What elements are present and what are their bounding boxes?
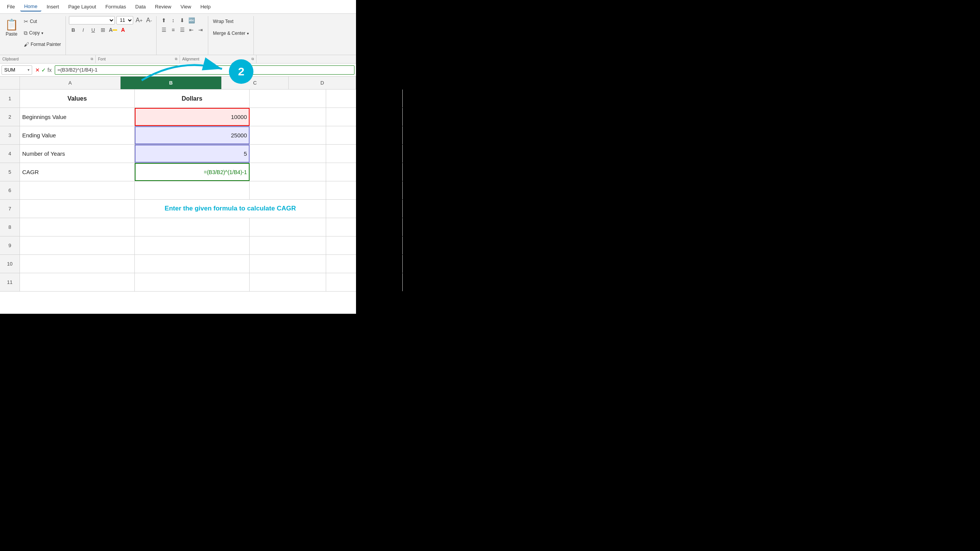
cell-d9[interactable]: [326, 236, 403, 254]
font-color-button[interactable]: A: [119, 26, 127, 34]
row-num-8[interactable]: 8: [0, 218, 20, 236]
cell-b8[interactable]: [135, 218, 250, 236]
row-num-2[interactable]: 2: [0, 108, 20, 126]
align-top-button[interactable]: ⬆: [160, 16, 168, 24]
cell-c4[interactable]: [250, 145, 326, 163]
row-num-11[interactable]: 11: [0, 273, 20, 291]
menu-home[interactable]: Home: [20, 2, 41, 11]
menu-view[interactable]: View: [176, 2, 195, 11]
cell-b2[interactable]: 10000: [135, 108, 250, 126]
row-num-4[interactable]: 4: [0, 145, 20, 163]
font-shrink-button[interactable]: A-: [145, 16, 153, 24]
align-center-button[interactable]: ≡: [169, 26, 177, 34]
cell-c2[interactable]: [250, 108, 326, 126]
col-header-a[interactable]: A: [20, 77, 121, 89]
cell-d10[interactable]: [326, 255, 403, 273]
font-grow-button[interactable]: A+: [135, 16, 143, 24]
cell-b10[interactable]: [135, 255, 250, 273]
cell-c5[interactable]: [250, 163, 326, 181]
wrap-text-button[interactable]: Wrap Text: [211, 16, 250, 27]
clipboard-expand-icon[interactable]: ⧉: [91, 57, 93, 61]
borders-button[interactable]: ⊞: [99, 26, 107, 34]
indent-decrease-button[interactable]: ⇤: [187, 26, 196, 34]
align-left-button[interactable]: ☰: [160, 26, 168, 34]
cell-c9[interactable]: [250, 236, 326, 254]
cell-b7[interactable]: Enter the given formula to calculate CAG…: [135, 200, 326, 218]
row-num-6[interactable]: 6: [0, 181, 20, 199]
menu-page-layout[interactable]: Page Layout: [64, 2, 100, 11]
merge-center-button[interactable]: Merge & Center ▾: [211, 28, 250, 39]
cell-b1[interactable]: Dollars: [135, 90, 250, 108]
row-num-5[interactable]: 5: [0, 163, 20, 181]
cell-name-dropdown-icon[interactable]: ▾: [28, 68, 29, 72]
cell-a9[interactable]: [20, 236, 135, 254]
align-bottom-button[interactable]: ⬇: [178, 16, 186, 24]
cell-a4[interactable]: Number of Years: [20, 145, 135, 163]
row-num-3[interactable]: 3: [0, 126, 20, 144]
indent-increase-button[interactable]: ⇥: [196, 26, 205, 34]
cell-c8[interactable]: [250, 218, 326, 236]
formula-fx-icon[interactable]: fx: [47, 67, 52, 73]
row-num-1[interactable]: 1: [0, 90, 20, 108]
cell-a5[interactable]: CAGR: [20, 163, 135, 181]
cell-b6[interactable]: [135, 181, 250, 199]
cell-d1[interactable]: [326, 90, 403, 108]
font-expand-icon[interactable]: ⧉: [175, 57, 177, 61]
formula-cancel-icon[interactable]: ✕: [35, 67, 40, 73]
align-middle-button[interactable]: ↕: [169, 16, 177, 24]
cut-button[interactable]: ✂ Cut: [22, 16, 62, 27]
bold-button[interactable]: B: [69, 26, 77, 34]
cell-a10[interactable]: [20, 255, 135, 273]
copy-button[interactable]: ⧉ Copy ▾: [22, 28, 62, 38]
row-num-10[interactable]: 10: [0, 255, 20, 273]
alignment-expand-icon[interactable]: ⧉: [252, 57, 254, 61]
cell-d5[interactable]: [326, 163, 403, 181]
cell-d11[interactable]: [326, 273, 403, 291]
cell-c6[interactable]: [250, 181, 326, 199]
col-header-d[interactable]: D: [289, 77, 356, 89]
cell-name-box[interactable]: SUM ▾: [2, 65, 32, 75]
menu-formulas[interactable]: Formulas: [101, 2, 130, 11]
row-num-7[interactable]: 7: [0, 200, 20, 218]
paste-button[interactable]: 📋 Paste: [3, 16, 20, 38]
cell-b4[interactable]: 5: [135, 145, 250, 163]
menu-help[interactable]: Help: [196, 2, 214, 11]
cell-d4[interactable]: [326, 145, 403, 163]
font-size-select[interactable]: 11: [116, 16, 133, 24]
format-painter-button[interactable]: 🖌 Format Painter: [22, 39, 62, 50]
cell-d8[interactable]: [326, 218, 403, 236]
menu-insert[interactable]: Insert: [43, 2, 63, 11]
cell-b3[interactable]: 25000: [135, 126, 250, 144]
cell-a6[interactable]: [20, 181, 135, 199]
font-name-select[interactable]: [69, 16, 115, 24]
cell-a3[interactable]: Ending Value: [20, 126, 135, 144]
cell-c11[interactable]: [250, 273, 326, 291]
cell-c3[interactable]: [250, 126, 326, 144]
formula-input[interactable]: [55, 65, 354, 75]
cell-a11[interactable]: [20, 273, 135, 291]
cell-d2[interactable]: [326, 108, 403, 126]
menu-data[interactable]: Data: [131, 2, 149, 11]
cell-b11[interactable]: [135, 273, 250, 291]
text-direction-button[interactable]: 🔤: [187, 16, 196, 24]
cell-a1[interactable]: Values: [20, 90, 135, 108]
cell-a2[interactable]: Beginnings Value: [20, 108, 135, 126]
cell-b5[interactable]: =(B3/B2)^(1/B4)-1: [135, 163, 250, 181]
cell-c1[interactable]: [250, 90, 326, 108]
cell-d3[interactable]: [326, 126, 403, 144]
menu-review[interactable]: Review: [151, 2, 175, 11]
underline-button[interactable]: U: [89, 26, 97, 34]
align-right-button[interactable]: ☰: [178, 26, 186, 34]
cell-a7[interactable]: [20, 200, 135, 218]
menu-file[interactable]: File: [3, 2, 19, 11]
row-num-9[interactable]: 9: [0, 236, 20, 254]
cell-c10[interactable]: [250, 255, 326, 273]
col-header-b[interactable]: B: [121, 77, 221, 89]
formula-confirm-icon[interactable]: ✓: [41, 67, 46, 73]
cell-d7[interactable]: [326, 200, 403, 218]
fill-color-button[interactable]: A: [109, 26, 117, 34]
cell-b9[interactable]: [135, 236, 250, 254]
italic-button[interactable]: I: [79, 26, 87, 34]
cell-a8[interactable]: [20, 218, 135, 236]
cell-d6[interactable]: [326, 181, 403, 199]
